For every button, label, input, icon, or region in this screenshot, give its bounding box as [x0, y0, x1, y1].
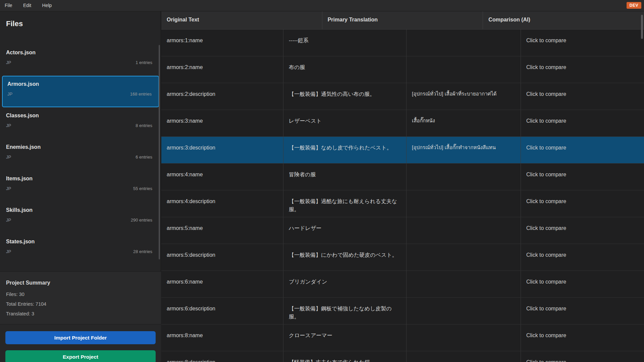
file-meta: JP8 entries [6, 123, 152, 128]
cell-primary-translation [407, 217, 521, 244]
file-meta: JP28 entries [6, 249, 152, 254]
file-language-badge: JP [6, 186, 11, 191]
translation-table: Original Text Primary Translation Compar… [161, 11, 644, 362]
cell-click-to-compare[interactable]: Click to compare [521, 56, 644, 83]
cell-primary-translation [407, 298, 521, 324]
cell-click-to-compare[interactable]: Click to compare [521, 164, 644, 190]
table-row[interactable]: armors:4:name冒険者の服Click to compare [161, 164, 644, 190]
table-row[interactable]: armors:3:description【一般装備】なめし皮で作られたベスト。[… [161, 137, 644, 164]
table-row[interactable]: armors:5:nameハードレザーClick to compare [161, 217, 644, 244]
cell-original-text: 【一般装備】通気性の高い布の服。 [283, 83, 407, 110]
cell-entry-key: armors:5:name [161, 217, 283, 244]
file-name: States.json [6, 239, 152, 245]
menu-bar: File Edit Help DEV [0, 0, 644, 11]
cell-original-text: -----鎧系 [283, 29, 407, 56]
file-language-badge: JP [7, 92, 12, 97]
file-item-actors-json[interactable]: Actors.jsonJP1 entries [0, 44, 161, 76]
table-scrollbar[interactable] [641, 15, 643, 39]
file-entry-count: 28 entries [133, 249, 152, 254]
file-meta: JP290 entries [6, 218, 152, 223]
cell-click-to-compare[interactable]: Click to compare [521, 271, 644, 297]
summary-translated-count: Translated: 3 [6, 311, 155, 316]
summary-files-count: Files: 30 [6, 292, 155, 297]
cell-entry-key: armors:2:description [161, 83, 283, 110]
cell-entry-key: armors:8:name [161, 324, 283, 351]
cell-primary-translation [407, 324, 521, 351]
cell-original-text: ブリガンダイン [283, 271, 407, 297]
file-name: Armors.json [7, 81, 152, 87]
table-row[interactable]: armors:2:description【一般装備】通気性の高い布の服。[อุป… [161, 83, 644, 110]
file-list: Actors.jsonJP1 entriesArmors.jsonJP168 e… [0, 44, 161, 272]
project-summary: Project Summary Files: 30 Total Entries:… [0, 272, 161, 324]
file-meta: JP168 entries [7, 92, 152, 97]
cell-original-text: 【一般装備】なめし皮で作られたベスト。 [283, 137, 407, 163]
project-summary-title: Project Summary [6, 280, 155, 286]
table-row[interactable]: armors:6:nameブリガンダインClick to compare [161, 271, 644, 298]
file-meta: JP1 entries [6, 60, 152, 65]
cell-primary-translation [407, 56, 521, 83]
file-item-skills-json[interactable]: Skills.jsonJP290 entries [0, 202, 161, 233]
cell-entry-key: armors:8:description [161, 351, 283, 362]
dev-badge: DEV [627, 2, 641, 9]
column-header-primary-translation: Primary Translation [322, 11, 483, 29]
cell-original-text: レザーベスト [283, 110, 407, 136]
table-row[interactable]: armors:8:nameクロースアーマーClick to compare [161, 324, 644, 351]
cell-click-to-compare[interactable]: Click to compare [521, 29, 644, 56]
cell-primary-translation [407, 190, 521, 217]
table-row[interactable]: armors:6:description【一般装備】鋼板で補強したなめし皮製の服… [161, 298, 644, 324]
table-row[interactable]: armors:2:name布の服Click to compare [161, 56, 644, 83]
table-row[interactable]: armors:4:description【一般装備】過酷な旅にも耐えられる丈夫な… [161, 190, 644, 217]
cell-primary-translation [407, 271, 521, 297]
menu-file[interactable]: File [0, 0, 17, 11]
column-header-comparison-ai: Comparison (AI) [483, 11, 644, 29]
cell-click-to-compare[interactable]: Click to compare [521, 351, 644, 362]
file-item-classes-json[interactable]: Classes.jsonJP8 entries [0, 107, 161, 139]
cell-entry-key: armors:1:name [161, 29, 283, 56]
file-language-badge: JP [6, 249, 11, 254]
file-item-states-json[interactable]: States.jsonJP28 entries [0, 233, 161, 265]
file-language-badge: JP [6, 155, 11, 160]
cell-primary-translation: [อุปกรณ์ทั่วไป] เสื้อผ้าที่ระบายอากาศได้ [407, 83, 521, 110]
cell-click-to-compare[interactable]: Click to compare [521, 324, 644, 351]
cell-original-text: 【一般装備】鋼板で補強したなめし皮製の服。 [283, 298, 407, 324]
file-entry-count: 55 entries [133, 186, 152, 191]
cell-click-to-compare[interactable]: Click to compare [521, 244, 644, 270]
export-project-button[interactable]: Export Project [5, 350, 156, 362]
menu-edit[interactable]: Edit [18, 0, 36, 11]
file-meta: JP6 entries [6, 155, 152, 160]
table-row[interactable]: armors:8:description【軽装備】丈夫な布で作られた鎧。Clic… [161, 351, 644, 362]
menu-help[interactable]: Help [38, 0, 57, 11]
cell-primary-translation: [อุปกรณ์ทั่วไป] เสื้อกั๊กทำจากหนังสีแทน [407, 137, 521, 163]
cell-original-text: 【一般装備】過酷な旅にも耐えられる丈夫な服。 [283, 190, 407, 217]
cell-entry-key: armors:2:name [161, 56, 283, 83]
file-name: Enemies.json [6, 144, 152, 150]
file-name: Classes.json [6, 113, 152, 119]
cell-click-to-compare[interactable]: Click to compare [521, 137, 644, 163]
cell-primary-translation [407, 164, 521, 190]
sidebar-actions: Import Project Folder Export Project [0, 324, 161, 362]
table-row[interactable]: armors:1:name-----鎧系Click to compare [161, 29, 644, 56]
table-row[interactable]: armors:5:description【一般装備】にかわで固めた硬皮のベスト。… [161, 244, 644, 271]
cell-original-text: クロースアーマー [283, 324, 407, 351]
cell-click-to-compare[interactable]: Click to compare [521, 110, 644, 136]
cell-entry-key: armors:4:name [161, 164, 283, 190]
cell-click-to-compare[interactable]: Click to compare [521, 190, 644, 217]
import-project-button[interactable]: Import Project Folder [5, 331, 156, 344]
table-row[interactable]: armors:3:nameレザーベストเสื้อกั๊กหนังClick to… [161, 110, 644, 137]
file-item-armors-json[interactable]: Armors.jsonJP168 entries [2, 76, 159, 107]
file-language-badge: JP [6, 60, 11, 65]
file-item-enemies-json[interactable]: Enemies.jsonJP6 entries [0, 139, 161, 170]
sidebar-scrollbar[interactable] [159, 45, 160, 259]
file-meta: JP55 entries [6, 186, 152, 191]
cell-entry-key: armors:5:description [161, 244, 283, 270]
file-entry-count: 6 entries [136, 155, 152, 160]
cell-entry-key: armors:3:description [161, 137, 283, 163]
cell-primary-translation: เสื้อกั๊กหนัง [407, 110, 521, 136]
cell-original-text: 【軽装備】丈夫な布で作られた鎧。 [283, 351, 407, 362]
file-item-items-json[interactable]: Items.jsonJP55 entries [0, 170, 161, 202]
cell-primary-translation [407, 244, 521, 270]
cell-click-to-compare[interactable]: Click to compare [521, 217, 644, 244]
cell-original-text: 冒険者の服 [283, 164, 407, 190]
cell-click-to-compare[interactable]: Click to compare [521, 298, 644, 324]
cell-click-to-compare[interactable]: Click to compare [521, 83, 644, 110]
